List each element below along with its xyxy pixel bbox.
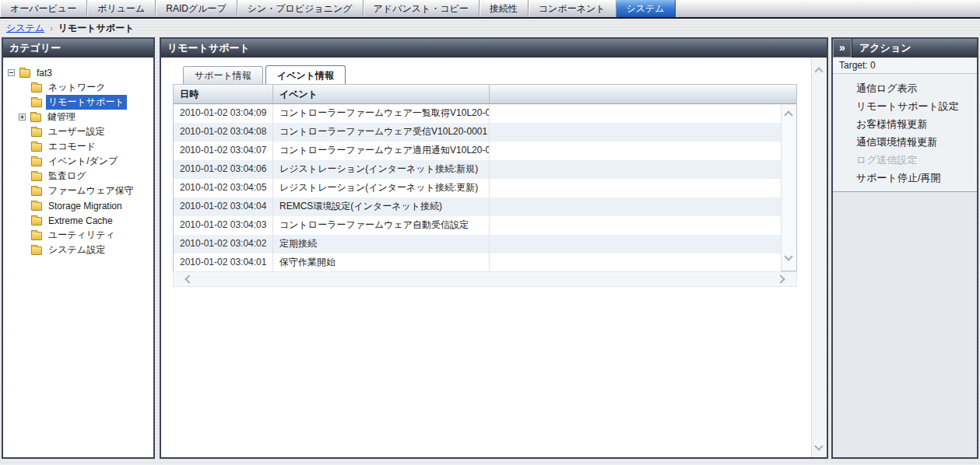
tree-item-remote-support[interactable]: リモートサポート [6,95,152,110]
action-item-log-send-settings: ログ送信設定 [833,151,977,169]
action-item-remote-support-settings[interactable]: リモートサポート設定 [833,97,977,115]
scroll-up-icon[interactable] [814,67,823,75]
expand-expander-icon[interactable] [19,114,26,121]
tree-item-system-settings[interactable]: システム設定 [6,243,152,257]
action-item-communication-env-update[interactable]: 通信環境情報更新 [833,133,977,151]
cell-event: レジストレーション(インターネット接続:新規) [273,160,490,179]
nav-tab-advanced-copy[interactable]: アドバンスト・コピー [364,0,479,17]
main-vertical-scrollbar[interactable] [811,58,827,457]
nav-tab-volume[interactable]: ボリューム [87,0,156,17]
cell-event: REMCS環境設定(インターネット接続) [273,198,490,216]
collapse-expander-icon[interactable] [8,69,15,76]
event-table-header: 日時 イベント [174,85,796,104]
folder-icon [31,143,42,152]
tab-support-info[interactable]: サポート情報 [183,66,263,84]
cell-filler [490,123,781,142]
tree-item-firmware-maintenance[interactable]: ファームウェア保守 [6,184,152,198]
tree-item-firmware-maintenance-label: ファームウェア保守 [46,184,136,198]
top-nav: オーバービュー ボリューム RAIDグループ シン・プロビジョニング アドバンス… [0,0,980,19]
nav-tab-system[interactable]: システム [616,0,676,17]
action-item-customer-info-update[interactable]: お客様情報更新 [833,115,977,133]
action-list: 通信ログ表示 リモートサポート設定 お客様情報更新 通信環境情報更新 ログ送信設… [833,74,977,191]
target-count: Target: 0 [833,58,977,74]
nav-tab-component[interactable]: コンポーネント [529,0,616,17]
tree-item-system-settings-label: システム設定 [46,243,107,257]
cell-event: コントローラーファームウェア一覧取得V10L20-0001 [273,104,490,123]
tree-item-utility-label: ユーティリティ [46,228,118,243]
folder-icon [31,232,42,240]
cell-event: コントローラーファームウェア適用通知V10L20-0001 [273,142,490,160]
breadcrumb-separator: › [50,23,53,33]
column-header-event: イベント [273,85,490,103]
tree-item-audit-log-label: 監査ログ [46,169,89,184]
cell-datetime: 2010-01-02 03:04:06 [174,160,273,179]
cell-filler [490,253,781,272]
tree-item-root[interactable]: fat3 [6,65,152,80]
scroll-right-icon[interactable] [776,274,785,283]
cell-datetime: 2010-01-02 03:04:09 [174,104,273,123]
cell-filler [490,104,781,123]
nav-tab-connectivity[interactable]: 接続性 [479,0,529,17]
cell-datetime: 2010-01-02 03:04:03 [174,216,273,235]
folder-icon [31,187,42,196]
folder-icon [31,99,42,107]
cell-datetime: 2010-01-02 03:04:02 [174,235,273,253]
nav-tab-thin-provisioning[interactable]: シン・プロビジョニング [237,0,364,17]
cell-filler [490,142,781,160]
cell-event: 保守作業開始 [273,253,490,272]
table-row: 2010-01-02 03:04:06 レジストレーション(インターネット接続:… [174,160,781,179]
tree-item-storage-migration-label: Storage Migration [46,200,125,212]
tree-item-network[interactable]: ネットワーク [6,80,152,95]
event-table: 日時 イベント 2010-01-02 03:04:09 コントローラーファームウ… [173,84,797,271]
cell-event: コントローラーファームウェア自動受信設定 [273,216,490,235]
table-row: 2010-01-02 03:04:08 コントローラーファームウェア受信V10L… [174,123,781,142]
action-item-support-stop-resume[interactable]: サポート停止/再開 [833,169,977,187]
scroll-down-icon[interactable] [814,442,823,450]
folder-icon [31,173,42,181]
tree-item-utility[interactable]: ユーティリティ [6,228,152,243]
tree-item-key-management[interactable]: 鍵管理 [6,110,152,124]
remote-support-panel: リモートサポート サポート情報 イベント情報 日時 イベント 2010-01-0… [160,37,828,459]
page-title: リモートサポート [167,42,250,54]
column-header-filler [490,85,796,103]
tree-item-eco-mode-label: エコモード [46,139,98,154]
column-header-datetime: 日時 [174,85,273,103]
cell-datetime: 2010-01-02 03:04:01 [174,253,273,272]
scroll-up-icon[interactable] [784,110,792,119]
tree-item-extreme-cache[interactable]: Extreme Cache [6,213,152,228]
folder-icon [31,128,42,137]
cell-filler [490,216,781,235]
cell-filler [490,198,781,216]
tree-item-eco-mode[interactable]: エコモード [6,139,152,154]
cell-datetime: 2010-01-02 03:04:07 [174,142,273,160]
table-row: 2010-01-02 03:04:04 REMCS環境設定(インターネット接続) [174,198,781,216]
cell-event: コントローラーファームウェア受信V10L20-0001 [273,123,490,142]
cell-datetime: 2010-01-02 03:04:04 [174,198,273,216]
event-table-body: 2010-01-02 03:04:09 コントローラーファームウェア一覧取得V1… [174,104,781,272]
nav-tab-overview[interactable]: オーバービュー [0,0,87,17]
tree-item-user-settings[interactable]: ユーザー設定 [6,124,152,139]
table-row: 2010-01-02 03:04:02 定期接続 [174,235,781,253]
tree-item-storage-migration[interactable]: Storage Migration [6,198,152,213]
action-panel: » アクション Target: 0 通信ログ表示 リモートサポート設定 お客様情… [831,37,978,459]
scroll-left-icon[interactable] [184,274,193,283]
collapse-panel-button[interactable]: » [833,39,852,58]
table-row: 2010-01-02 03:04:01 保守作業開始 [174,253,781,272]
folder-icon [31,217,42,226]
category-panel-title: カテゴリー [9,42,61,54]
tree-item-audit-log[interactable]: 監査ログ [6,169,152,184]
folder-icon [31,246,42,255]
category-panel: カテゴリー fat3 ネットワーク リモートサポート 鍵管理 ユーザー [2,37,155,459]
action-item-communication-log[interactable]: 通信ログ表示 [833,79,977,97]
tree-item-event-dump[interactable]: イベント/ダンプ [6,154,152,169]
folder-icon [31,84,42,93]
table-horizontal-scrollbar[interactable] [173,271,797,287]
tree-item-key-management-label: 鍵管理 [45,110,78,124]
tab-event-info[interactable]: イベント情報 [265,65,346,84]
table-vertical-scrollbar[interactable] [781,104,796,271]
breadcrumb-system-link[interactable]: システム [6,22,44,35]
nav-tab-raid-group[interactable]: RAIDグループ [156,0,237,17]
table-row: 2010-01-02 03:04:03 コントローラーファームウェア自動受信設定 [174,216,781,235]
breadcrumb-current: リモートサポート [58,22,135,35]
scroll-down-icon[interactable] [784,252,792,260]
